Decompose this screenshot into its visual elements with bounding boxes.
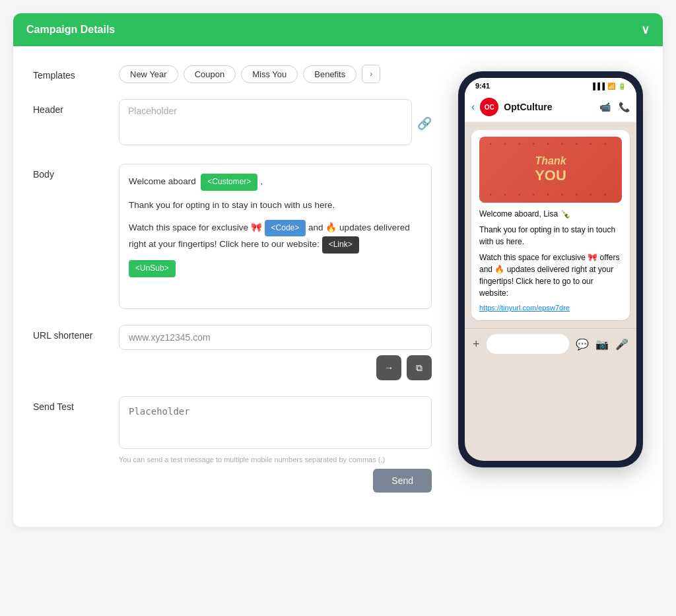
phone-time: 9:41	[475, 82, 490, 90]
templates-row: Templates New Year Coupon Miss You Benef…	[33, 65, 432, 83]
signal-icon: ▐▐▐	[591, 83, 605, 90]
wifi-icon: 📶	[607, 83, 615, 90]
url-shortener-row: URL shortener www.xyz12345.com → ⧉	[33, 325, 432, 380]
collapse-icon[interactable]: ∨	[641, 22, 650, 37]
url-arrow-btn[interactable]: →	[376, 355, 401, 380]
chat-welcome: Welcome aboard, Lisa 🍾	[479, 208, 622, 220]
body-label: Body	[33, 164, 119, 180]
url-actions-row: → ⧉	[119, 355, 432, 380]
url-copy-btn[interactable]: ⧉	[407, 355, 432, 380]
send-test-helper: You can send a test message to multiple …	[119, 456, 432, 463]
body-field-content: Welcome aboard <Customer> , Thank you fo…	[119, 164, 432, 309]
phone-bottom-bar: + 💬 📷 🎤	[465, 328, 636, 359]
url-shortener-input[interactable]: www.xyz12345.com	[119, 325, 432, 350]
templates-more-btn[interactable]: ›	[362, 65, 380, 83]
templates-content: New Year Coupon Miss You Benefits ›	[119, 65, 432, 83]
template-btn-miss-you[interactable]: Miss You	[241, 65, 298, 83]
form-section: Templates New Year Coupon Miss You Benef…	[33, 65, 432, 508]
header-input[interactable]	[119, 99, 412, 145]
header-input-container: Placeholder	[119, 99, 412, 148]
url-shortener-label: URL shortener	[33, 325, 119, 341]
unsub-tag[interactable]: <UnSub>	[129, 260, 176, 277]
phone-status-bar: 9:41 ▐▐▐ 📶 🔋	[465, 78, 636, 92]
thank-you-text: Thank YOU	[535, 154, 566, 185]
thank-word: Thank	[535, 154, 566, 167]
whatsapp-header: ‹ OC OptCulture 📹 📞	[465, 92, 636, 122]
campaign-title: Campaign Details	[26, 24, 115, 36]
send-btn-row: Send	[119, 469, 432, 493]
campaign-header: Campaign Details ∨	[13, 13, 663, 46]
status-icons: ▐▐▐ 📶 🔋	[591, 83, 626, 90]
send-test-input[interactable]	[119, 396, 432, 449]
send-test-row: Send Test You can send a test message to…	[33, 396, 432, 493]
url-shortener-content: www.xyz12345.com → ⧉	[119, 325, 432, 380]
contact-name: OptCulture	[504, 102, 594, 112]
templates-label: Templates	[33, 65, 119, 81]
body-content-area[interactable]: Welcome aboard <Customer> , Thank you fo…	[119, 164, 432, 309]
call-icons: 📹 📞	[599, 102, 630, 112]
send-test-label: Send Test	[33, 396, 119, 412]
send-test-content: You can send a test message to multiple …	[119, 396, 432, 493]
body-welcome-text: Welcome aboard	[129, 176, 196, 186]
mic-icon[interactable]: 🎤	[615, 338, 628, 351]
you-word: YOU	[535, 167, 566, 184]
chat-line2: Watch this space for exclusive 🎀 offers …	[479, 252, 622, 299]
phone-call-icon[interactable]: 📞	[619, 102, 630, 112]
body-line3-post: and 🔥	[308, 222, 337, 232]
code-tag[interactable]: <Code>	[265, 220, 306, 237]
template-btn-new-year[interactable]: New Year	[119, 65, 178, 83]
sticker-icon[interactable]: 💬	[576, 338, 589, 351]
chat-message-bubble: • • • • • • • • • Thank YOU • • • • • • …	[471, 130, 630, 320]
customer-tag[interactable]: <Customer>	[201, 174, 257, 191]
camera-icon[interactable]: 📷	[595, 338, 609, 351]
chat-link[interactable]: https://tinyurl.com/epsw7dre	[479, 304, 570, 312]
template-btn-benefits[interactable]: Benefits	[303, 65, 356, 83]
video-call-icon[interactable]: 📹	[599, 102, 611, 112]
header-label: Header	[33, 99, 119, 115]
contact-logo: OC	[480, 98, 498, 116]
thank-you-image: • • • • • • • • • Thank YOU • • • • • • …	[479, 137, 622, 203]
body-line3-pre: Watch this space for exclusive 🎀	[129, 222, 262, 232]
send-button[interactable]: Send	[373, 469, 432, 493]
link-tag[interactable]: <Link>	[322, 236, 359, 254]
header-field-row: Header Placeholder 🔗	[33, 99, 432, 148]
campaign-card: Campaign Details ∨ Templates New Year Co…	[13, 13, 663, 527]
header-input-wrap: Placeholder 🔗	[119, 99, 432, 148]
chat-line1: Thank you for opting in to stay in touch…	[479, 224, 622, 248]
plus-icon[interactable]: +	[473, 337, 480, 351]
phone-mockup: 9:41 ▐▐▐ 📶 🔋 ‹ OC OptCulture 📹 📞	[458, 71, 643, 467]
body-comma: ,	[260, 176, 263, 186]
chat-area: • • • • • • • • • Thank YOU • • • • • • …	[465, 122, 636, 328]
link-icon[interactable]: 🔗	[417, 116, 432, 131]
campaign-body: Templates New Year Coupon Miss You Benef…	[13, 46, 663, 527]
header-field-content: Placeholder 🔗	[119, 99, 432, 148]
templates-list: New Year Coupon Miss You Benefits ›	[119, 65, 432, 83]
phone-inner: 9:41 ▐▐▐ 📶 🔋 ‹ OC OptCulture 📹 📞	[465, 78, 636, 461]
body-field-row: Body Welcome aboard <Customer> , Thank y…	[33, 164, 432, 309]
battery-icon: 🔋	[618, 83, 626, 90]
template-btn-coupon[interactable]: Coupon	[184, 65, 236, 83]
chat-input-bar	[487, 334, 569, 354]
body-line2: Thank you for opting in to stay in touch…	[129, 200, 335, 210]
back-arrow-icon[interactable]: ‹	[471, 101, 475, 113]
